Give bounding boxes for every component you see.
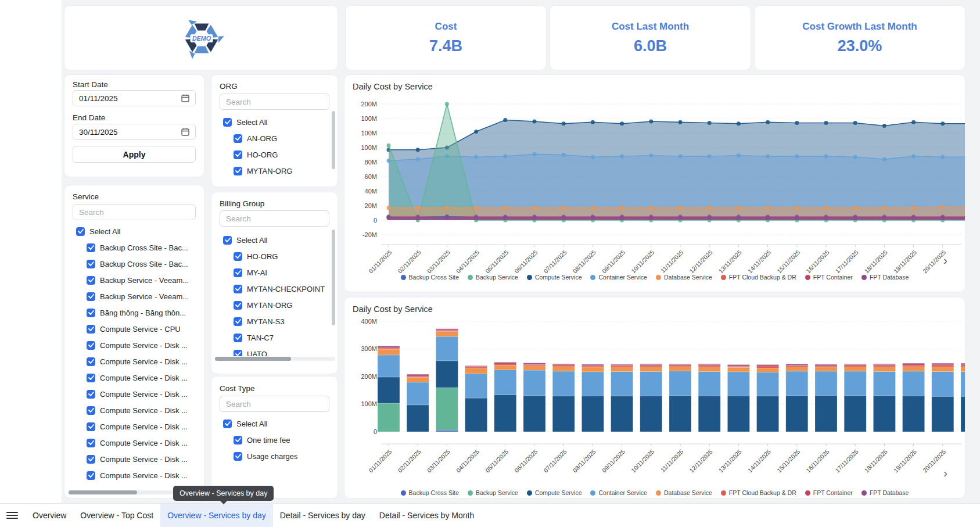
filter-option[interactable]: MYTAN-S3 — [211, 313, 338, 329]
checkbox-checked-icon[interactable] — [87, 243, 95, 252]
checkbox-checked-icon[interactable] — [76, 227, 85, 236]
filter-option[interactable]: Compute Service - Disk ... — [64, 370, 204, 386]
legend-item[interactable]: FPT Container — [805, 489, 853, 496]
legend-item[interactable]: Backup Cross Site — [401, 274, 459, 281]
area-chart-next-icon[interactable]: › — [943, 256, 947, 265]
checkbox-checked-icon[interactable] — [87, 276, 95, 285]
end-date-input[interactable] — [73, 124, 196, 140]
checkbox-checked-icon[interactable] — [234, 317, 242, 326]
filter-option[interactable]: Compute Service - Disk ... — [64, 435, 204, 451]
checkbox-checked-icon[interactable] — [87, 390, 95, 399]
select-all-option[interactable]: Select All — [211, 415, 338, 432]
filter-option[interactable]: Backup Service - Veeam... — [64, 288, 204, 304]
checkbox-checked-icon[interactable] — [234, 252, 242, 261]
filter-option[interactable]: Compute Service - Disk ... — [64, 337, 204, 353]
checkbox-checked-icon[interactable] — [87, 471, 95, 480]
filter-option[interactable]: One time fee — [211, 432, 338, 448]
legend-item[interactable]: FPT Database — [861, 489, 909, 496]
select-all-option[interactable]: Select All — [211, 232, 338, 248]
daily-cost-bar-chart[interactable]: 0100M200M300M400M01/11/202502/11/202503/… — [344, 297, 965, 499]
filter-option[interactable]: HO-ORG — [211, 248, 338, 264]
legend-item[interactable]: Backup Service — [468, 274, 518, 281]
service-search-input[interactable] — [73, 204, 196, 220]
filter-option[interactable]: MY-AI — [211, 264, 338, 281]
filter-option[interactable]: UATO — [211, 346, 338, 356]
checkbox-checked-icon[interactable] — [234, 268, 242, 277]
checkbox-checked-icon[interactable] — [234, 452, 242, 461]
checkbox-checked-icon[interactable] — [223, 236, 232, 245]
checkbox-checked-icon[interactable] — [234, 334, 242, 342]
filter-option[interactable]: Compute Service - CPU — [64, 321, 204, 337]
filter-option[interactable]: Compute Service - Disk ... — [64, 386, 204, 402]
menu-icon[interactable] — [6, 504, 18, 527]
filter-option[interactable]: Compute Service - Disk ... — [64, 451, 204, 467]
checkbox-checked-icon[interactable] — [234, 301, 242, 310]
legend-item[interactable]: Database Service — [656, 274, 712, 281]
legend-item[interactable]: FPT Cloud Backup & DR — [721, 274, 796, 281]
filter-option[interactable]: Backup Cross Site - Bac... — [64, 239, 204, 256]
checkbox-checked-icon[interactable] — [87, 374, 95, 382]
checkbox-checked-icon[interactable] — [87, 292, 95, 301]
calendar-icon[interactable] — [181, 127, 190, 137]
checkbox-checked-icon[interactable] — [87, 422, 95, 431]
tab-overview-top-cost[interactable]: Overview - Top Cost — [73, 504, 160, 527]
checkbox-checked-icon[interactable] — [223, 420, 232, 428]
legend-item[interactable]: Container Service — [590, 489, 647, 496]
filter-option[interactable]: Backup Service - Veeam... — [64, 272, 204, 288]
checkbox-checked-icon[interactable] — [87, 357, 95, 366]
legend-item[interactable]: FPT Database — [861, 274, 909, 281]
cost-type-search-input[interactable] — [220, 396, 329, 412]
legend-item[interactable]: Container Service — [590, 274, 647, 281]
filter-option[interactable]: Compute Service - Disk ... — [64, 353, 204, 370]
select-all-option[interactable]: Select All — [211, 114, 338, 130]
checkbox-checked-icon[interactable] — [87, 325, 95, 334]
checkbox-checked-icon[interactable] — [87, 260, 95, 268]
filter-option[interactable]: Compute Service - Disk ... — [64, 467, 204, 483]
tab-overview[interactable]: Overview — [26, 504, 73, 527]
filter-option[interactable]: MYTAN-CHECKPOINT — [211, 281, 338, 297]
filter-option[interactable]: Usage charges — [211, 448, 338, 464]
checkbox-checked-icon[interactable] — [223, 118, 232, 127]
legend-item[interactable]: FPT Container — [805, 274, 853, 281]
filter-option[interactable]: HO-ORG — [211, 146, 338, 163]
checkbox-checked-icon[interactable] — [234, 150, 242, 159]
apply-button[interactable]: Apply — [73, 146, 196, 163]
legend-item[interactable]: Compute Service — [527, 274, 582, 281]
filter-option[interactable]: TAN-C7 — [211, 329, 338, 346]
filter-option[interactable]: MYTAN-ORG — [211, 163, 338, 179]
filter-option[interactable]: MYTAN-ORG — [211, 297, 338, 313]
checkbox-checked-icon[interactable] — [87, 455, 95, 464]
filter-option[interactable]: Băng thông - Băng thôn... — [64, 304, 204, 321]
checkbox-checked-icon[interactable] — [234, 285, 242, 293]
org-vertical-scrollbar[interactable] — [332, 111, 335, 169]
legend-item[interactable]: Compute Service — [527, 489, 582, 496]
filter-option[interactable]: Backup Cross Site - Bac... — [64, 256, 204, 272]
legend-item[interactable]: Backup Cross Site — [401, 489, 459, 496]
select-all-option[interactable]: Select All — [64, 223, 204, 239]
tab-detail-services-by-month[interactable]: Detail - Services by Month — [372, 504, 481, 527]
checkbox-checked-icon[interactable] — [87, 439, 95, 447]
billing-horizontal-scrollbar[interactable] — [215, 357, 335, 361]
checkbox-checked-icon[interactable] — [234, 134, 242, 143]
checkbox-checked-icon[interactable] — [87, 406, 95, 415]
filter-option[interactable]: Compute Service - Disk ... — [64, 402, 204, 418]
daily-cost-area-chart[interactable]: -20M020M40M60M80M100M100M100M200M01/11/2… — [344, 75, 965, 292]
filter-option[interactable]: AN-ORG — [211, 130, 338, 146]
checkbox-checked-icon[interactable] — [234, 167, 242, 175]
start-date-input[interactable] — [73, 90, 196, 106]
legend-item[interactable]: FPT Cloud Backup & DR — [721, 489, 796, 496]
checkbox-checked-icon[interactable] — [234, 350, 242, 357]
bar-chart-next-icon[interactable]: › — [943, 468, 947, 478]
filter-option[interactable]: Compute Service - Disk ... — [64, 418, 204, 435]
checkbox-checked-icon[interactable] — [87, 309, 95, 317]
org-search-input[interactable] — [220, 94, 329, 110]
calendar-icon[interactable] — [181, 94, 190, 103]
legend-item[interactable]: Backup Service — [468, 489, 518, 496]
billing-group-search-input[interactable] — [220, 210, 329, 227]
legend-item[interactable]: Database Service — [656, 489, 712, 496]
billing-vertical-scrollbar[interactable] — [332, 230, 335, 325]
checkbox-checked-icon[interactable] — [87, 341, 95, 350]
tab-overview-services-by-day[interactable]: Overview - Services by day — [160, 504, 273, 527]
checkbox-checked-icon[interactable] — [234, 436, 242, 444]
tab-detail-services-by-day[interactable]: Detail - Services by day — [273, 504, 372, 527]
